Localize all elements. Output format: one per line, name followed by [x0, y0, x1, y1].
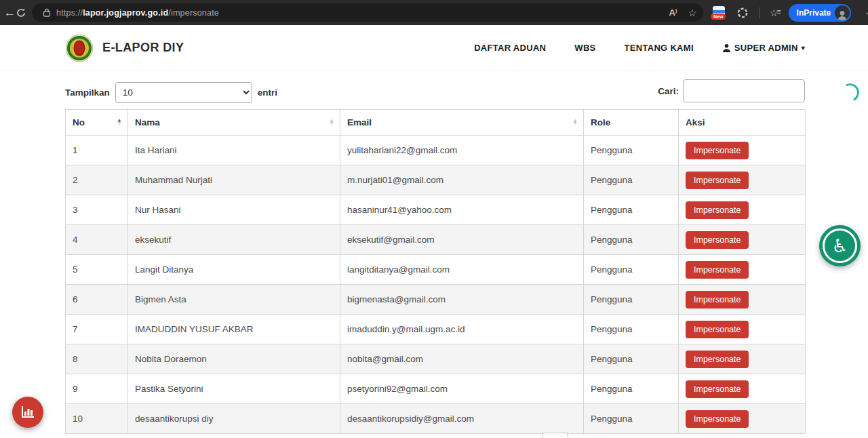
- page-size-select[interactable]: 10: [115, 82, 252, 103]
- table-body: 1 Ita Hariani yulitahariani22@gmail.com …: [66, 136, 806, 434]
- refresh-icon[interactable]: [16, 7, 26, 18]
- impersonate-button[interactable]: Impersonate: [686, 231, 749, 249]
- back-icon[interactable]: ←: [4, 6, 16, 20]
- cell-aksi: Impersonate: [679, 225, 806, 255]
- browser-essentials-icon[interactable]: [736, 7, 749, 19]
- cell-email: m.nurjati01@gmail.com: [340, 165, 584, 195]
- cell-role: Pengguna: [584, 255, 679, 285]
- impersonate-button[interactable]: Impersonate: [686, 261, 749, 279]
- impersonate-button[interactable]: Impersonate: [686, 321, 749, 338]
- impersonate-button[interactable]: Impersonate: [686, 142, 749, 159]
- impersonate-button[interactable]: Impersonate: [686, 380, 749, 398]
- cell-nama: Bigmen Asta: [128, 285, 340, 315]
- table-header-row: No ▲▼ Nama ▲▼ Email ▲▼ Role Aksi: [66, 110, 806, 136]
- cell-aksi: Impersonate: [679, 344, 806, 374]
- cell-role: Pengguna: [584, 165, 679, 195]
- col-header-aksi: Aksi: [679, 110, 806, 136]
- table-row: 3 Nur Hasani hasaninur41@yahoo.com Pengg…: [66, 195, 806, 225]
- user-dropdown[interactable]: SUPER ADMIN ▾: [722, 43, 805, 53]
- cell-aksi: Impersonate: [679, 374, 806, 404]
- cell-aksi: Impersonate: [679, 404, 806, 434]
- nav-wbs[interactable]: WBS: [574, 43, 595, 53]
- table-row: 9 Pastika Setyorini psetyorini92@gmail.c…: [66, 374, 806, 404]
- address-bar[interactable]: https://lapor.jogjaprov.go.id/impersonat…: [32, 3, 703, 22]
- loading-spinner-icon: [838, 81, 861, 104]
- col-header-no[interactable]: No ▲▼: [66, 110, 128, 136]
- cell-no: 10: [66, 404, 128, 434]
- impersonate-button[interactable]: Impersonate: [686, 172, 749, 189]
- cell-no: 3: [66, 195, 128, 225]
- table-row: 4 eksekutif eksekutif@gmail.com Pengguna…: [66, 225, 806, 255]
- cell-email: nobita@gmail.com: [340, 344, 584, 374]
- col-header-email[interactable]: Email ▲▼: [340, 110, 584, 136]
- brand-title: E-LAPOR DIY: [102, 41, 184, 55]
- cell-email: eksekutif@gmail.com: [340, 225, 584, 255]
- col-header-nama[interactable]: Nama ▲▼: [128, 110, 340, 136]
- table-row: 1 Ita Hariani yulitahariani22@gmail.com …: [66, 136, 806, 165]
- cell-no: 1: [66, 136, 128, 165]
- cell-email: desaantikorupsidiy@gmail.com: [340, 404, 584, 434]
- favorites-hub-icon[interactable]: ☆☰: [770, 8, 778, 18]
- cell-role: Pengguna: [584, 195, 679, 225]
- cell-role: Pengguna: [584, 344, 679, 374]
- cell-nama: Nobita Doraemon: [128, 344, 340, 374]
- cell-email: imaduddin.y@mail.ugm.ac.id: [340, 315, 584, 344]
- lock-icon[interactable]: [43, 8, 51, 17]
- shopping-icon[interactable]: New: [713, 6, 726, 20]
- table-row: 8 Nobita Doraemon nobita@gmail.com Pengg…: [66, 344, 806, 374]
- users-table-wrapper: No ▲▼ Nama ▲▼ Email ▲▼ Role Aksi 1 Ita H…: [65, 109, 805, 434]
- impersonate-button[interactable]: Impersonate: [686, 351, 749, 368]
- cell-nama: Langit Ditanya: [128, 255, 340, 285]
- person-icon: [722, 43, 731, 52]
- accessibility-ring: ♿: [823, 228, 857, 263]
- cell-email: bigmenasta@gmail.com: [340, 285, 584, 315]
- bar-chart-icon: [20, 405, 35, 419]
- pagination-button-partial[interactable]: [542, 433, 568, 438]
- cell-no: 9: [66, 374, 128, 404]
- entries-suffix-label: entri: [258, 87, 277, 98]
- profile-avatar[interactable]: [835, 5, 850, 20]
- cell-nama: IMADUDDIN YUSUF AKBAR: [128, 315, 340, 344]
- cell-nama: Pastika Setyorini: [128, 374, 340, 404]
- search-input[interactable]: [683, 79, 805, 102]
- cell-role: Pengguna: [584, 225, 679, 255]
- impersonate-button[interactable]: Impersonate: [686, 201, 749, 219]
- inprivate-label: InPrivate: [797, 8, 831, 18]
- impersonate-button[interactable]: Impersonate: [686, 291, 749, 308]
- cell-role: Pengguna: [584, 315, 679, 344]
- favorite-star-icon[interactable]: ☆: [688, 8, 696, 18]
- cell-email: yulitahariani22@gmail.com: [340, 136, 584, 165]
- inprivate-badge[interactable]: InPrivate: [789, 4, 852, 22]
- cell-email: psetyorini92@gmail.com: [340, 374, 584, 404]
- cell-no: 2: [66, 165, 128, 195]
- impersonate-button[interactable]: Impersonate: [686, 410, 749, 428]
- cell-no: 4: [66, 225, 128, 255]
- toolbar-divider: [759, 7, 760, 18]
- more-menu-icon[interactable]: ⋯: [865, 7, 868, 18]
- statistics-fab-button[interactable]: [12, 397, 43, 428]
- browser-toolbar: ← https://lapor.jogjaprov.go.id/imperson…: [0, 0, 868, 25]
- sort-icon: ▲▼: [117, 119, 122, 126]
- cell-role: Pengguna: [584, 404, 679, 434]
- url-text: https://lapor.jogjaprov.go.id/impersonat…: [56, 8, 219, 18]
- nav-daftar-aduan[interactable]: DAFTAR ADUAN: [474, 43, 546, 53]
- table-row: 7 IMADUDDIN YUSUF AKBAR imaduddin.y@mail…: [66, 315, 806, 344]
- site-header: E-LAPOR DIY DAFTAR ADUAN WBS TENTANG KAM…: [0, 25, 868, 71]
- wheelchair-icon: ♿: [831, 237, 848, 255]
- read-aloud-icon[interactable]: A): [669, 8, 677, 17]
- cell-no: 6: [66, 285, 128, 315]
- cell-nama: Nur Hasani: [128, 195, 340, 225]
- cell-email: hasaninur41@yahoo.com: [340, 195, 584, 225]
- cell-aksi: Impersonate: [679, 165, 806, 195]
- cell-nama: eksekutif: [128, 225, 340, 255]
- col-header-role[interactable]: Role: [584, 110, 679, 136]
- cell-aksi: Impersonate: [679, 315, 806, 344]
- accessibility-widget-button[interactable]: ♿: [819, 225, 861, 266]
- cell-nama: desaantikorupsi diy: [128, 404, 340, 434]
- cell-aksi: Impersonate: [679, 285, 806, 315]
- cell-aksi: Impersonate: [679, 255, 806, 285]
- search-label: Cari:: [658, 86, 679, 96]
- table-row: 2 Muhammad Nurjati m.nurjati01@gmail.com…: [66, 165, 806, 195]
- nav-tentang-kami[interactable]: TENTANG KAMI: [625, 43, 694, 53]
- cell-no: 8: [66, 344, 128, 374]
